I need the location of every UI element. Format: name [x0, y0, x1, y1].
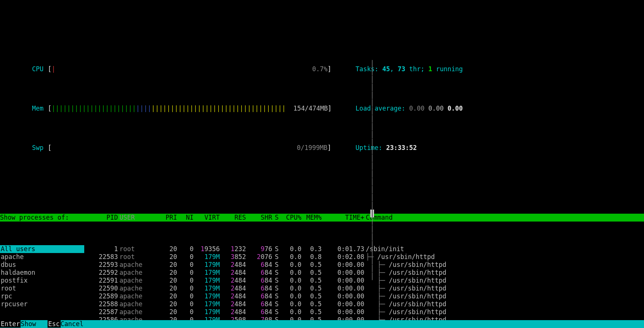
- table-row[interactable]: 22587apache200179M2484684S0.00.50:00.00 …: [84, 308, 644, 316]
- col-virt[interactable]: VIRT: [194, 214, 220, 222]
- running-count: 1: [428, 65, 432, 73]
- key-esc[interactable]: Esc: [48, 320, 61, 328]
- tasks-line: Tasks: 45, 73 thr; 1 running: [332, 57, 463, 81]
- tasks-count: 45: [382, 65, 390, 73]
- meters-panel: CPU[| 0.7%] Tasks: 45, 73 thr; 1 running…: [0, 39, 644, 170]
- col-time[interactable]: TIME+: [322, 214, 364, 222]
- user-filter-item[interactable]: haldaemon: [0, 269, 84, 277]
- cpu-bars: |: [52, 65, 55, 73]
- user-filter-item[interactable]: rpcuser: [0, 300, 84, 308]
- threads-count: 73: [398, 65, 405, 73]
- user-filter-item[interactable]: root: [0, 285, 84, 292]
- mem-bars: ||||||||||||||||||||||||||||||||||||||||…: [52, 105, 286, 112]
- load-5: 0.00: [428, 105, 444, 112]
- table-row[interactable]: 22592apache200179M2484684S0.00.50:00.00 …: [84, 269, 644, 277]
- table-row[interactable]: 22591apache200179M2484684S0.00.50:00.00 …: [84, 277, 644, 285]
- table-row[interactable]: 22588apache200179M2484684S0.00.50:00.00 …: [84, 300, 644, 308]
- process-list[interactable]: 1root200193561232976S0.00.30:01.73/sbin/…: [84, 245, 644, 328]
- col-ni[interactable]: NI: [177, 214, 194, 222]
- table-row[interactable]: 22583root200179M38522076S0.00.80:02.08├─…: [84, 253, 644, 261]
- table-row[interactable]: 22593apache200179M2484684S0.00.50:00.00 …: [84, 261, 644, 269]
- mem-reading: 154/474MB: [293, 105, 328, 112]
- cpu-meter: CPU[| 0.7%]: [9, 57, 309, 81]
- uptime-value: 23:33:52: [386, 144, 417, 151]
- footer-bar: EnterShow EscCancel: [0, 320, 644, 328]
- side-header: Show processes of:: [0, 214, 84, 222]
- user-filter-item[interactable]: apache: [0, 253, 84, 261]
- col-cmd[interactable]: Command: [364, 214, 644, 222]
- action-cancel: Cancel: [61, 320, 83, 328]
- mem-label: Mem: [32, 105, 48, 112]
- load-15: 0.00: [447, 105, 463, 112]
- col-mem[interactable]: MEM%: [301, 214, 322, 222]
- load-line: Load average: 0.00 0.00 0.00: [332, 97, 463, 120]
- swp-meter: Swp[ 0/1999MB]: [9, 136, 309, 160]
- swp-reading: 0/1999MB: [297, 144, 328, 151]
- col-s[interactable]: S: [272, 214, 281, 222]
- user-filter-item[interactable]: dbus: [0, 261, 84, 269]
- swp-label: Swp: [32, 144, 48, 152]
- user-filter-panel: All usersapachedbushaldaemonpostfixrootr…: [0, 245, 84, 328]
- mem-meter: Mem[||||||||||||||||||||||||||||||||||||…: [9, 97, 309, 120]
- key-enter[interactable]: Enter: [0, 320, 21, 328]
- uptime-line: Uptime: 23:33:52: [332, 136, 417, 160]
- table-row[interactable]: 22589apache200179M2484684S0.00.50:00.00 …: [84, 292, 644, 300]
- col-user[interactable]: USER: [118, 214, 157, 222]
- col-pri[interactable]: PRI: [157, 214, 177, 222]
- col-res[interactable]: RES: [220, 214, 246, 222]
- table-row[interactable]: 1root200193561232976S0.00.30:01.73/sbin/…: [84, 245, 644, 253]
- cpu-label: CPU: [32, 65, 48, 73]
- user-filter-item[interactable]: postfix: [0, 277, 84, 285]
- cpu-reading: 0.7%: [312, 65, 328, 73]
- col-cpu[interactable]: CPU%: [281, 214, 301, 222]
- table-row[interactable]: 22590apache200179M2484684S0.00.50:00.00 …: [84, 285, 644, 292]
- load-1: 0.00: [409, 105, 425, 112]
- col-shr[interactable]: SHR: [246, 214, 272, 222]
- action-show: Show: [21, 320, 48, 328]
- user-filter-item[interactable]: All users: [0, 245, 84, 253]
- user-filter-item[interactable]: rpc: [0, 292, 84, 300]
- column-header-row: Show processes of: PID USER PRI NI VIRT …: [0, 214, 644, 222]
- col-pid[interactable]: PID: [84, 214, 118, 222]
